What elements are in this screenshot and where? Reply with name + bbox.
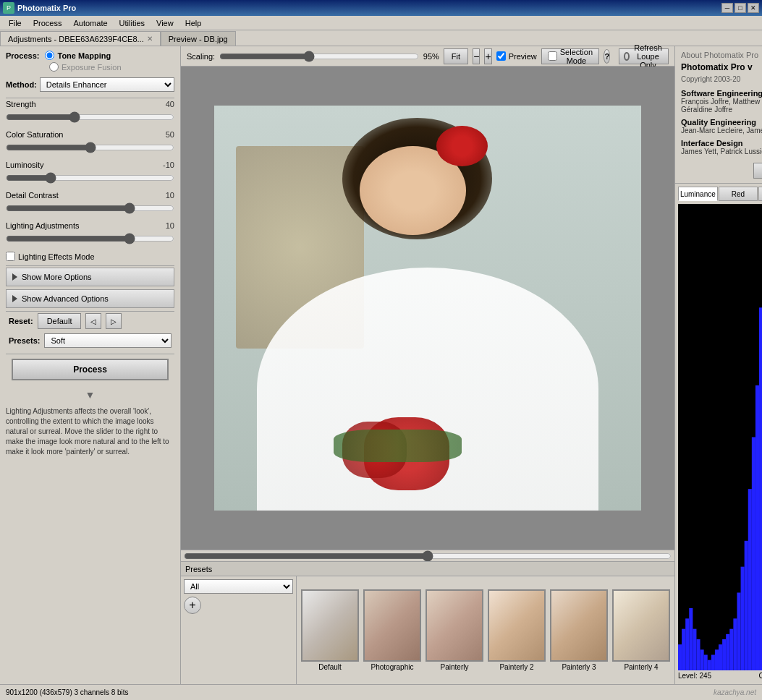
center-content: Scaling: 95% Fit − + Preview Selection M… [181,46,674,684]
close-button[interactable]: ✕ [748,3,759,13]
level-label: Level: 245 [678,672,711,680]
selection-mode-checkbox[interactable] [548,51,557,61]
window-title: Photomatix Pro [17,4,721,12]
exposure-fusion-radio[interactable] [49,62,59,72]
luminosity-label: Luminosity [6,161,44,169]
main-image [214,106,641,511]
credits-interface-names: James Yett, Patrick Lussiez [681,148,762,155]
process-button[interactable]: Process [12,359,169,380]
svg-rect-6 [700,649,704,670]
selection-mode-label: Selection Mode [560,48,593,65]
strength-slider[interactable] [6,111,174,123]
histogram-tab-red[interactable]: Red [719,187,758,201]
strength-label: Strength [6,100,36,108]
zoom-out-button[interactable]: − [473,48,480,64]
tone-mapping-radio[interactable] [45,51,54,60]
preset-painterly-label: Painterly [441,663,469,671]
preset-photographic[interactable]: Photographic [363,589,421,671]
add-preset-button[interactable]: + [184,597,201,614]
about-title: About Photomatix Pro [681,51,762,59]
zoom-in-button[interactable]: + [484,48,491,64]
redo-button[interactable]: ▷ [106,313,122,329]
svg-rect-20 [752,438,755,671]
about-copyright: Copyright 2003-20 [681,75,762,83]
process-label: Process: [6,51,39,60]
preset-painterly3[interactable]: Painterly 3 [550,589,608,671]
default-button[interactable]: Default [38,313,82,329]
window-controls[interactable]: ─ □ ✕ [721,3,759,13]
process-section: Process: Tone Mapping Exposure Fusion Me… [0,46,180,388]
svg-rect-8 [708,660,711,670]
horizontal-scrollbar[interactable] [181,550,674,561]
menu-utilities[interactable]: Utilities [114,17,151,29]
lighting-adjustments-slider[interactable] [6,233,174,244]
ok-button[interactable]: OK [753,163,762,179]
color-saturation-slider[interactable] [6,142,174,153]
right-panel: About Photomatix Pro Photomatix Pro v Co… [674,46,762,684]
h-scroll-slider[interactable] [184,552,672,560]
presets-select[interactable]: Soft Default Photographic Painterly [44,333,172,348]
presets-content: All Default Soft Vivid + Default [181,576,674,684]
menu-bar: File Process Automate Utilities View Hel… [0,16,762,30]
lighting-adjustments-value: 10 [166,221,174,230]
luminosity-slider-group: Luminosity -10 [6,161,174,185]
preview-checkbox-row[interactable]: Preview [496,51,537,61]
method-label: Method: [6,80,37,89]
tone-mapping-option[interactable]: Process: Tone Mapping [6,51,174,60]
svg-rect-7 [704,655,708,671]
minimize-button[interactable]: ─ [721,3,733,13]
menu-view[interactable]: View [151,17,179,29]
menu-process[interactable]: Process [27,17,68,29]
presets-filter-select[interactable]: All Default Soft Vivid [184,579,293,594]
preset-painterly2-label: Painterly 2 [499,663,533,671]
svg-rect-1 [682,629,685,670]
histogram-tab-luminance[interactable]: Luminance [678,187,718,201]
collapse-triangle[interactable]: ▼ [0,388,180,402]
selection-mode-button[interactable]: Selection Mode [541,48,599,64]
color-saturation-slider-group: Color Saturation 50 [6,130,174,155]
menu-automate[interactable]: Automate [67,17,113,29]
show-more-options-button[interactable]: Show More Options [6,268,174,286]
refresh-loupe-label: Refresh Loupe Only [632,43,664,69]
svg-rect-14 [729,629,733,670]
undo-button[interactable]: ◁ [85,313,101,329]
preset-painterly[interactable]: Painterly [426,589,483,671]
strength-value: 40 [166,100,174,108]
presets-filter: All Default Soft Vivid + [181,576,297,684]
show-advanced-options-button[interactable]: Show Advanced Options [6,289,174,308]
exposure-fusion-option[interactable]: Exposure Fusion [6,62,174,72]
credits-quality-names: Jean-Marc Lecleire, James Yett [681,127,762,135]
detail-contrast-slider[interactable] [6,202,174,214]
refresh-loupe-button[interactable]: Refresh Loupe Only [619,48,669,64]
scale-value: 95% [423,52,439,61]
presets-row: Presets: Soft Default Photographic Paint… [6,333,174,348]
lighting-effects-checkbox[interactable] [6,252,15,261]
tab-adjustments[interactable]: Adjustments - DBEE63A6239F4CE8... ✕ [0,31,161,46]
help-button[interactable]: ? [604,49,610,64]
preset-painterly2[interactable]: Painterly 2 [488,589,546,671]
preview-checkbox[interactable] [496,51,506,61]
fit-button[interactable]: Fit [444,48,468,64]
tab-preview[interactable]: Preview - DB.jpg [161,31,236,46]
maximize-button[interactable]: □ [735,3,746,13]
menu-file[interactable]: File [3,17,27,29]
lighting-adjustments-slider-group: Lighting Adjustments 10 [6,221,174,246]
menu-help[interactable]: Help [179,17,208,29]
histogram-tabs: Luminance Red Green [678,187,762,201]
preset-default[interactable]: Default [301,589,359,671]
tab-close-adjustments[interactable]: ✕ [147,35,153,43]
main-layout: Process: Tone Mapping Exposure Fusion Me… [0,46,762,684]
svg-rect-3 [689,608,693,670]
lighting-effects-label: Lighting Effects Mode [18,252,95,261]
luminosity-value: -10 [163,161,174,169]
preset-painterly4[interactable]: Painterly 4 [612,589,670,671]
luminosity-slider[interactable] [6,172,174,184]
status-bar: 901x1200 (436x579) 3 channels 8 bits kaz… [0,684,762,700]
scale-slider[interactable] [219,51,419,62]
color-saturation-label: Color Saturation [6,130,64,139]
histogram-tab-green[interactable]: Green [758,187,762,201]
credits-software-title: Software Engineering [681,89,762,98]
method-select[interactable]: Details Enhancer Tone Compressor Contras… [40,77,174,92]
process-radio-group: Process: Tone Mapping Exposure Fusion [6,51,174,72]
svg-rect-15 [733,618,737,670]
